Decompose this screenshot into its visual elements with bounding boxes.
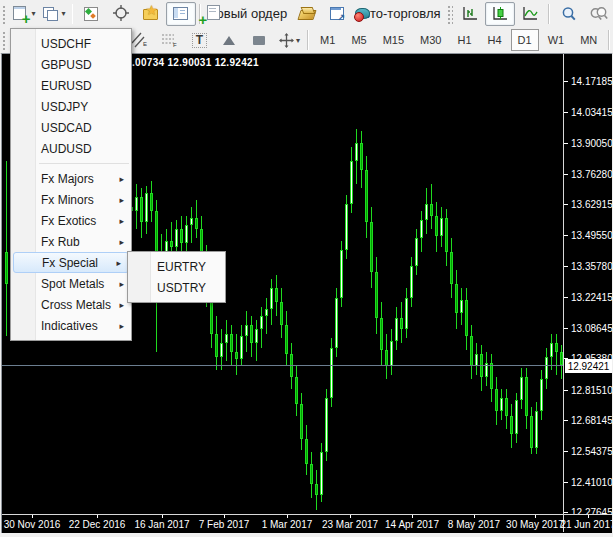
timeframe-m5-button[interactable]: M5 [344,29,373,51]
chevron-down-icon: ▾ [296,36,300,45]
market-watch-button[interactable] [76,2,106,26]
toolbar-grip[interactable] [1,30,6,50]
bull-candle [410,266,413,298]
menu-item-eurusd[interactable]: EURUSD [11,75,131,96]
menu-item-spot-metals[interactable]: Spot Metals▸ [11,273,131,294]
bull-candle [240,336,243,359]
timeframe-h1-button[interactable]: H1 [450,29,478,51]
new-order-button[interactable]: + Новый ордер [204,2,292,26]
date-axis-label: 7 Feb 2017 [199,519,250,530]
bull-candle [390,341,393,366]
timeframe-h4-button[interactable]: H4 [481,29,509,51]
candle-body-fill [421,221,422,237]
menu-item-label: Fx Exotics [41,214,96,228]
candle-body-fill [266,310,267,315]
candlestick-chart-icon [492,6,509,21]
submenu-item-eurtry[interactable]: EURTRY [128,256,225,277]
timeframe-w1-button[interactable]: W1 [541,29,572,51]
candle-body-fill [286,326,287,353]
candlestick-chart-button[interactable] [485,2,515,26]
timeframe-mn-button[interactable]: MN [573,29,604,51]
bull-candle [220,343,223,357]
submenu-arrow-icon: ▸ [119,237,124,247]
bear-candle [385,350,388,366]
menu-item-usdjpy[interactable]: USDJPY [11,96,131,117]
menu-item-usdcad[interactable]: USDCAD [11,117,131,138]
data-window-button[interactable] [106,2,136,26]
candle-body-fill [241,337,242,358]
timeframe-d1-button[interactable]: D1 [511,29,539,51]
date-axis-label: 1 Mar 2017 [262,519,313,530]
date-axis[interactable]: 30 Nov 201622 Dec 201616 Jan 20177 Feb 2… [2,515,612,534]
toolbar-separator [72,4,74,24]
candle-body-fill [411,267,412,297]
current-price-tag: 12.92421 [565,359,612,373]
candle-body-fill [536,412,537,447]
menu-item-fx-exotics[interactable]: Fx Exotics▸ [11,210,131,231]
candle-body-fill [381,319,382,349]
candle-body-fill [366,171,367,221]
autotrade-button[interactable]: Авто-торговля [352,2,445,26]
bear-candle [315,484,318,495]
candle-body-fill [281,303,282,324]
toolbar-grip[interactable] [446,4,453,24]
bear-candle [430,204,433,216]
bear-candle [400,318,403,329]
text-label-button[interactable]: T [184,28,214,52]
date-tick [588,515,589,518]
price-tick [564,174,568,175]
symbol-dropdown-menu: USDCHF GBPUSD EURUSD USDJPY USDCAD AUDUS… [10,28,132,341]
timeframe-m30-button[interactable]: M30 [413,29,448,51]
date-axis-label: 30 Nov 2016 [4,519,61,530]
four-way-arrow-icon [279,33,294,48]
menu-item-fx-majors[interactable]: Fx Majors▸ [11,168,131,189]
menu-item-usdchf[interactable]: USDCHF [11,33,131,54]
bar-chart-button[interactable] [455,2,485,26]
menu-item-cross-metals[interactable]: Cross Metals▸ [11,294,131,315]
menu-item-fx-special[interactable]: Fx Special▸ [13,252,129,273]
bear-candle [495,389,498,411]
submenu-item-usdtry[interactable]: USDTRY [128,277,225,298]
menu-item-audusd[interactable]: AUDUSD [11,138,131,159]
bear-candle [490,363,493,389]
candle-wick [556,334,557,375]
date-tick [224,515,225,518]
price-axis-label: 13.22415 [571,292,612,303]
price-axis-label: 14.03415 [571,107,612,118]
candle-body-fill [311,465,312,483]
zoom-out-button[interactable] [583,2,613,26]
bear-candle [305,439,308,464]
new-chart-button[interactable]: + ▾ [9,2,39,26]
menu-item-gbpusd[interactable]: GBPUSD [11,54,131,75]
rectangle-icon [253,36,265,45]
shapes-button[interactable] [244,28,274,52]
cursor-tools-button[interactable]: ▾ [274,28,304,52]
bid-price-line [2,365,563,366]
arrows-button[interactable] [214,28,244,52]
candle-body-fill [496,390,497,410]
menu-item-indicatives[interactable]: Indicatives▸ [11,315,131,336]
timeframe-m1-button[interactable]: M1 [313,29,342,51]
submenu-arrow-icon: ▸ [119,216,124,226]
candle-body-fill [521,378,522,399]
bull-candle [245,325,248,336]
chart-profiles-button[interactable]: ▾ [39,2,69,26]
toolbar-grip[interactable] [1,4,7,24]
zoom-in-button[interactable] [553,2,583,26]
candle-body-fill [356,144,357,160]
timeframe-m15-button[interactable]: M15 [376,29,411,51]
menu-item-fx-minors[interactable]: Fx Minors▸ [11,189,131,210]
candle-body-fill [391,342,392,365]
strategy-tester-button[interactable]: ↗ [322,2,352,26]
price-axis[interactable]: 14.1718514.0341513.9005013.7628013.62915… [564,54,612,514]
terminal-button[interactable] [166,2,196,26]
navigator-button[interactable]: ★ [136,2,166,26]
metaeditor-button[interactable] [292,2,322,26]
candle-body-fill [191,219,192,224]
candle-body-fill [231,335,232,351]
menu-item-fx-rub[interactable]: Fx Rub▸ [11,231,131,252]
bear-candle [555,343,558,352]
fibonacci-button[interactable]: F [154,28,184,52]
bull-candle [350,161,353,204]
line-chart-button[interactable] [515,2,545,26]
